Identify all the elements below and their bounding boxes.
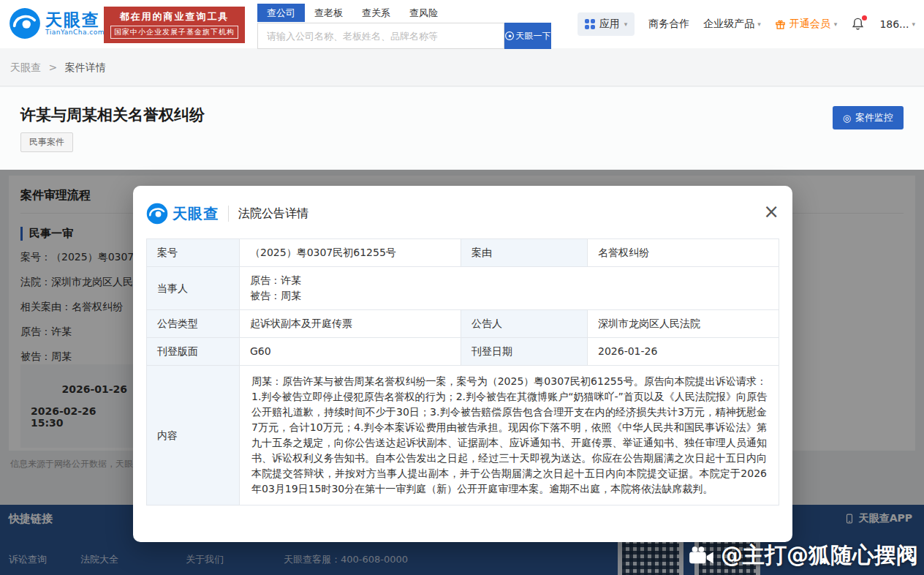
search-input[interactable] xyxy=(257,23,504,49)
search-button-label: 天眼一下 xyxy=(516,30,551,42)
publication-date-label: 刊登日期 xyxy=(461,338,588,366)
tianyancha-logo[interactable]: 天眼查 TianYanCha.com xyxy=(9,7,105,40)
watermark-text: @主打@狐随心摆阀 xyxy=(721,541,918,571)
chevron-down-icon: ▾ xyxy=(624,20,628,28)
divider xyxy=(228,206,229,222)
case-monitor-label: 案件监控 xyxy=(855,111,893,124)
table-row: 案号 （2025）粤0307民初61255号 案由 名誉权纠纷 xyxy=(147,239,779,267)
notification-dot xyxy=(862,15,867,20)
announcement-table: 案号 （2025）粤0307民初61255号 案由 名誉权纠纷 当事人 原告：许… xyxy=(146,238,779,506)
monitor-target-icon: ◎ xyxy=(843,113,851,124)
apps-menu-label: 应用 xyxy=(599,18,620,31)
tianyancha-logo-icon xyxy=(146,203,168,225)
table-row: 刊登版面 G60 刊登日期 2026-01-26 xyxy=(147,338,779,366)
search-button[interactable]: 天眼一下 xyxy=(504,23,551,49)
tianyancha-logo-icon xyxy=(9,7,41,40)
top-navbar: 天眼查 TianYanCha.com 都在用的商业查询工具 国家中小企业发展子基… xyxy=(0,0,924,48)
publication-page-value: G60 xyxy=(240,338,461,366)
party-defendant: 被告：周某 xyxy=(250,288,768,304)
tab-search-company[interactable]: 查公司 xyxy=(257,4,305,22)
case-monitor-button[interactable]: ◎ 案件监控 xyxy=(833,106,904,129)
search-tabs: 查公司 查老板 查关系 查风险 xyxy=(257,4,551,22)
case-type-tag: 民事案件 xyxy=(20,132,73,152)
announcement-type-value: 起诉状副本及开庭传票 xyxy=(240,310,461,338)
chevron-down-icon: ▾ xyxy=(834,20,838,28)
camera-icon xyxy=(689,546,715,566)
case-number-value: （2025）粤0307民初61255号 xyxy=(240,239,461,267)
search-button-eye-icon xyxy=(505,31,514,40)
publication-date-value: 2026-01-26 xyxy=(588,338,779,366)
navbar-right: 应用 ▾ 商务合作 企业级产品 ▾ 开通会员 ▾ xyxy=(578,0,915,48)
modal-tianyancha-logo: 天眼查 xyxy=(146,203,219,225)
publication-page-label: 刊登版面 xyxy=(147,338,240,366)
modal-logo-text: 天眼查 xyxy=(173,204,219,224)
nav-business-cooperation[interactable]: 商务合作 xyxy=(648,18,689,31)
party-plaintiff: 原告：许某 xyxy=(250,273,768,288)
parties-label: 当事人 xyxy=(147,267,240,310)
nav-enterprise-products-label: 企业级产品 xyxy=(703,18,754,31)
cause-value: 名誉权纠纷 xyxy=(588,239,779,267)
apps-menu-button[interactable]: 应用 ▾ xyxy=(578,12,635,36)
breadcrumb-separator: > xyxy=(48,61,57,73)
tab-search-risk[interactable]: 查风险 xyxy=(400,4,447,22)
gift-icon xyxy=(775,19,786,30)
chevron-down-icon: ▾ xyxy=(912,20,915,28)
user-account-menu[interactable]: 186... ▾ xyxy=(879,18,915,30)
cause-label: 案由 xyxy=(461,239,588,267)
breadcrumb-home[interactable]: 天眼查 xyxy=(10,61,41,73)
notification-bell-icon[interactable] xyxy=(851,17,866,31)
breadcrumb: 天眼查 > 案件详情 xyxy=(0,48,924,75)
breadcrumb-bar: 天眼查 > 案件详情 xyxy=(0,48,924,86)
logo-text-block: 天眼查 TianYanCha.com xyxy=(45,11,105,36)
breadcrumb-current: 案件详情 xyxy=(65,61,106,73)
table-row: 内容 周某：原告许某与被告周某名誉权纠纷一案，案号为（2025）粤0307民初6… xyxy=(147,366,779,506)
content-value: 周某：原告许某与被告周某名誉权纠纷一案，案号为（2025）粤0307民初6125… xyxy=(240,366,779,506)
table-row: 当事人 原告：许某 被告：周某 xyxy=(147,267,779,310)
nav-open-vip-label: 开通会员 xyxy=(789,18,830,31)
promo-badge-line1: 都在用的商业查询工具 xyxy=(110,10,238,23)
nav-enterprise-products[interactable]: 企业级产品 ▾ xyxy=(703,18,761,31)
announcer-value: 深圳市龙岗区人民法院 xyxy=(588,310,779,338)
court-announcement-modal: 天眼查 法院公告详情 × 案号 （2025）粤0307民初61255号 案由 名… xyxy=(133,186,792,542)
modal-header: 天眼查 法院公告详情 × xyxy=(146,186,779,238)
table-row: 公告类型 起诉状副本及开庭传票 公告人 深圳市龙岗区人民法院 xyxy=(147,310,779,338)
page-header: 许某与周某相关名誉权纠纷 民事案件 ◎ 案件监控 xyxy=(0,87,924,170)
watermark: @主打@狐随心摆阀 xyxy=(689,541,918,571)
nav-open-vip[interactable]: 开通会员 ▾ xyxy=(775,18,838,31)
promo-badge-line2: 国家中小企业发展子基金旗下机构 xyxy=(110,26,238,39)
apps-grid-icon xyxy=(585,19,595,29)
announcement-type-label: 公告类型 xyxy=(147,310,240,338)
logo-subtext: TianYanCha.com xyxy=(45,29,105,36)
search-row: 天眼一下 xyxy=(257,23,551,49)
search-area: 查公司 查老板 查关系 查风险 天眼一下 xyxy=(257,4,551,49)
content-label: 内容 xyxy=(147,366,240,506)
tab-search-relation[interactable]: 查关系 xyxy=(352,4,400,22)
announcer-label: 公告人 xyxy=(461,310,588,338)
case-number-label: 案号 xyxy=(147,239,240,267)
tab-search-boss[interactable]: 查老板 xyxy=(305,4,352,22)
promo-badge: 都在用的商业查询工具 国家中小企业发展子基金旗下机构 xyxy=(104,7,245,43)
chevron-down-icon: ▾ xyxy=(757,20,761,28)
close-icon[interactable]: × xyxy=(763,202,779,221)
modal-title: 法院公告详情 xyxy=(238,206,308,222)
user-account-label: 186... xyxy=(879,18,909,30)
page-title: 许某与周某相关名誉权纠纷 xyxy=(20,105,205,125)
logo-text: 天眼查 xyxy=(45,11,105,29)
parties-value: 原告：许某 被告：周某 xyxy=(240,267,779,310)
